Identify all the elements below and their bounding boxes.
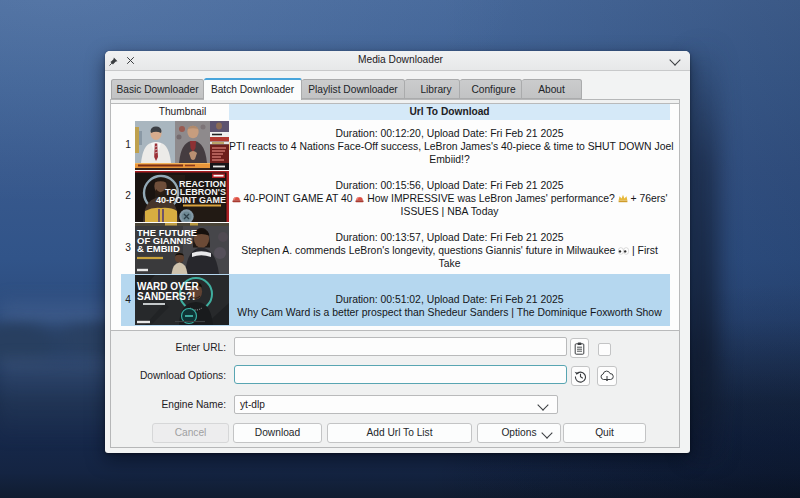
svg-text:40-POINT GAME: 40-POINT GAME	[156, 195, 226, 205]
svg-text:SANDERS?!: SANDERS?!	[137, 291, 195, 302]
svg-text:& EMBIID: & EMBIID	[137, 243, 180, 254]
